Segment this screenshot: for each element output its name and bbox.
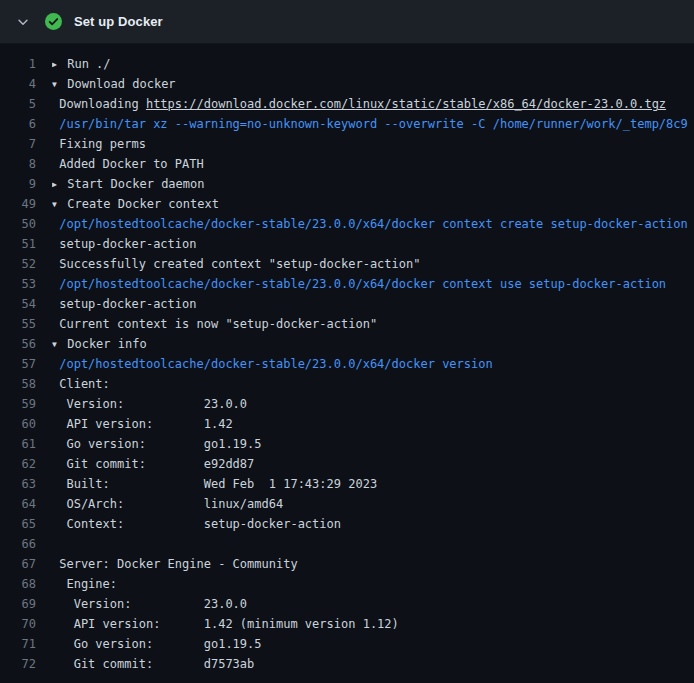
log-text: Engine: (52, 577, 117, 591)
workflow-log-viewer: Set up Docker 1▶ Run ./4▼ Download docke… (0, 0, 694, 683)
line-number[interactable]: 52 (0, 254, 52, 274)
log-line: 55 Current context is now "setup-docker-… (0, 314, 694, 334)
log-line: 49▼ Create Docker context (0, 194, 694, 214)
line-number[interactable]: 55 (0, 314, 52, 334)
log-link[interactable]: https://download.docker.com/linux/static… (146, 97, 666, 111)
line-number[interactable]: 62 (0, 454, 52, 474)
line-content: Successfully created context "setup-dock… (52, 254, 694, 274)
log-text: setup-docker-action (52, 237, 197, 251)
line-content: Engine: (52, 574, 694, 594)
group-collapse-icon[interactable]: ▼ (52, 75, 60, 94)
log-line: 7 Fixing perms (0, 134, 694, 154)
line-number[interactable]: 50 (0, 214, 52, 234)
line-number[interactable]: 72 (0, 654, 52, 674)
line-content: API version: 1.42 (minimum version 1.12) (52, 614, 694, 634)
line-number[interactable]: 60 (0, 414, 52, 434)
line-content: Go version: go1.19.5 (52, 434, 694, 454)
log-text: Docker info (60, 337, 147, 351)
log-text: Built: Wed Feb 1 17:43:29 2023 (52, 477, 377, 491)
line-number[interactable]: 65 (0, 514, 52, 534)
group-expand-icon[interactable]: ▶ (52, 55, 60, 74)
log-line: 1▶ Run ./ (0, 54, 694, 74)
log-line: 52 Successfully created context "setup-d… (0, 254, 694, 274)
log-text: Create Docker context (60, 197, 219, 211)
log-line: 57 /opt/hostedtoolcache/docker-stable/23… (0, 354, 694, 374)
line-content: Client: (52, 374, 694, 394)
log-line: 50 /opt/hostedtoolcache/docker-stable/23… (0, 214, 694, 234)
group-expand-icon[interactable]: ▶ (52, 175, 60, 194)
group-collapse-icon[interactable]: ▼ (52, 335, 60, 354)
log-line: 54 setup-docker-action (0, 294, 694, 314)
log-line: 69 Version: 23.0.0 (0, 594, 694, 614)
line-number[interactable]: 53 (0, 274, 52, 294)
line-number[interactable]: 6 (0, 114, 52, 134)
log-text: API version: 1.42 (52, 417, 233, 431)
line-content: Current context is now "setup-docker-act… (52, 314, 694, 334)
line-content: ▼ Create Docker context (52, 194, 694, 214)
log-line: 66 (0, 534, 694, 554)
log-line: 71 Go version: go1.19.5 (0, 634, 694, 654)
log-command-text: /opt/hostedtoolcache/docker-stable/23.0.… (52, 217, 688, 231)
line-number[interactable]: 70 (0, 614, 52, 634)
line-content: /opt/hostedtoolcache/docker-stable/23.0.… (52, 214, 694, 234)
line-number[interactable]: 5 (0, 94, 52, 114)
line-number[interactable]: 8 (0, 154, 52, 174)
log-text: Context: setup-docker-action (52, 517, 341, 531)
line-number[interactable]: 63 (0, 474, 52, 494)
line-number[interactable]: 66 (0, 534, 52, 554)
log-line: 6 /usr/bin/tar xz --warning=no-unknown-k… (0, 114, 694, 134)
group-collapse-icon[interactable]: ▼ (52, 195, 60, 214)
line-content: Version: 23.0.0 (52, 394, 694, 414)
log-text: Go version: go1.19.5 (52, 637, 262, 651)
line-content: Go version: go1.19.5 (52, 634, 694, 654)
line-number[interactable]: 9 (0, 174, 52, 194)
log-text: Go version: go1.19.5 (52, 437, 262, 451)
line-number[interactable]: 59 (0, 394, 52, 414)
log-text: Run ./ (60, 57, 111, 71)
log-text: Download docker (60, 77, 176, 91)
line-number[interactable]: 56 (0, 334, 52, 354)
log-line: 9▶ Start Docker daemon (0, 174, 694, 194)
line-number[interactable]: 69 (0, 594, 52, 614)
line-content: API version: 1.42 (52, 414, 694, 434)
log-text: Version: 23.0.0 (52, 397, 247, 411)
log-line: 61 Go version: go1.19.5 (0, 434, 694, 454)
line-number[interactable]: 64 (0, 494, 52, 514)
line-number[interactable]: 61 (0, 434, 52, 454)
line-number[interactable]: 51 (0, 234, 52, 254)
chevron-down-icon[interactable] (14, 13, 32, 31)
line-content: Server: Docker Engine - Community (52, 554, 694, 574)
line-number[interactable]: 68 (0, 574, 52, 594)
line-number[interactable]: 71 (0, 634, 52, 654)
log-text: API version: 1.42 (minimum version 1.12) (52, 617, 399, 631)
log-line: 63 Built: Wed Feb 1 17:43:29 2023 (0, 474, 694, 494)
line-content: setup-docker-action (52, 234, 694, 254)
log-text: Client: (52, 377, 110, 391)
line-number[interactable]: 57 (0, 354, 52, 374)
line-number[interactable]: 67 (0, 554, 52, 574)
line-number[interactable]: 7 (0, 134, 52, 154)
log-line: 60 API version: 1.42 (0, 414, 694, 434)
log-line: 65 Context: setup-docker-action (0, 514, 694, 534)
log-text: Downloading (52, 97, 146, 111)
line-content: ▶ Start Docker daemon (52, 174, 694, 194)
line-number[interactable]: 49 (0, 194, 52, 214)
line-number[interactable]: 54 (0, 294, 52, 314)
line-number[interactable]: 4 (0, 74, 52, 94)
line-content: /opt/hostedtoolcache/docker-stable/23.0.… (52, 354, 694, 374)
log-line: 59 Version: 23.0.0 (0, 394, 694, 414)
line-number[interactable]: 1 (0, 54, 52, 74)
log-line: 56▼ Docker info (0, 334, 694, 354)
log-text: OS/Arch: linux/amd64 (52, 497, 283, 511)
log-text: Server: Docker Engine - Community (52, 557, 298, 571)
log-line: 72 Git commit: d7573ab (0, 654, 694, 674)
log-text: Successfully created context "setup-dock… (52, 257, 420, 271)
line-content: Version: 23.0.0 (52, 594, 694, 614)
log-text: Git commit: e92dd87 (52, 457, 254, 471)
line-content: OS/Arch: linux/amd64 (52, 494, 694, 514)
step-header[interactable]: Set up Docker (0, 0, 694, 44)
line-content (52, 534, 694, 554)
log-line: 5 Downloading https://download.docker.co… (0, 94, 694, 114)
line-content: Downloading https://download.docker.com/… (52, 94, 694, 114)
line-number[interactable]: 58 (0, 374, 52, 394)
